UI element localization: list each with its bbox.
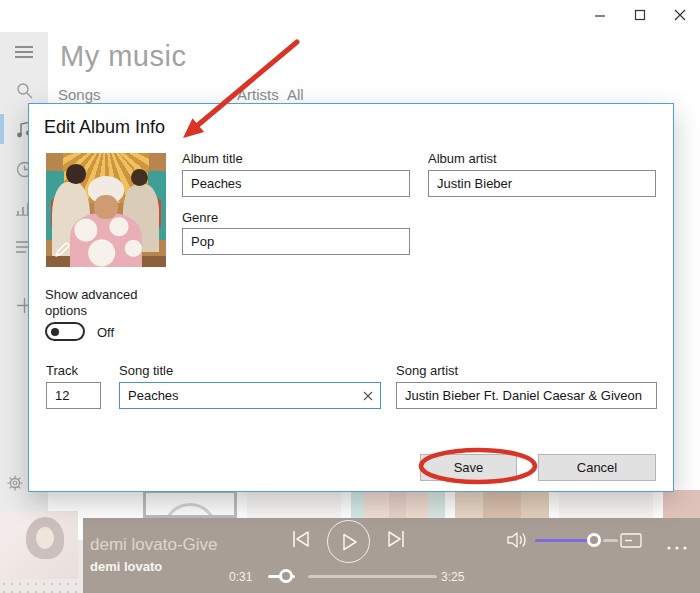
seek-handle[interactable] [279, 569, 293, 583]
album-title-label: Album title [182, 151, 243, 166]
volume-slider[interactable] [535, 539, 618, 542]
edit-album-info-dialog: Edit Album Info Album title Album artist… [28, 103, 674, 492]
album-tile [559, 490, 653, 518]
clear-text-button[interactable] [356, 383, 380, 408]
page-title: My music [60, 40, 186, 73]
song-title-label: Song title [119, 363, 173, 378]
album-artist-label: Album artist [428, 151, 497, 166]
play-button[interactable] [327, 520, 370, 563]
selected-item-accent [0, 114, 4, 144]
genre-label: Genre [182, 210, 218, 225]
previous-track-icon [291, 530, 311, 548]
album-art-editor[interactable] [46, 153, 166, 267]
minimize-icon [594, 9, 606, 21]
album-art-face [94, 195, 118, 219]
album-tile [351, 490, 445, 518]
song-artist-label: Song artist [396, 363, 458, 378]
tab-artists[interactable]: Artists [237, 86, 279, 103]
save-button[interactable]: Save [420, 454, 517, 481]
minimize-button[interactable] [580, 0, 620, 30]
song-title-input[interactable] [120, 383, 356, 408]
seek-remaining [308, 575, 437, 578]
sidebar-item-settings[interactable] [7, 475, 23, 495]
groove-music-window: My music Songs Artists All demi lovato-G… [0, 0, 700, 593]
menu-icon [15, 45, 33, 59]
elapsed-time: 0:31 [229, 570, 252, 584]
now-playing-artist: demi lovato [90, 559, 162, 574]
menu-button[interactable] [10, 38, 38, 66]
album-tile [455, 490, 549, 518]
toggle-knob [51, 328, 59, 336]
track-label: Track [46, 363, 78, 378]
album-tile [247, 490, 341, 518]
edit-pencil-icon[interactable] [53, 241, 71, 259]
song-artist-input[interactable] [396, 382, 657, 409]
advanced-options-label: Show advanced options [45, 287, 145, 319]
volume-button[interactable] [506, 530, 530, 554]
maximize-button[interactable] [620, 0, 660, 30]
tab-songs[interactable]: Songs [58, 86, 101, 103]
next-track-button[interactable] [386, 530, 406, 552]
toggle-state-label: Off [97, 325, 114, 340]
more-options-icon [666, 545, 688, 551]
miniplayer-icon [620, 533, 642, 548]
album-art-face [36, 527, 54, 549]
song-title-field [119, 382, 381, 409]
advanced-options-toggle[interactable] [45, 322, 85, 341]
filter-all[interactable]: All [287, 86, 304, 103]
close-icon [674, 9, 686, 21]
album-art-figure [66, 164, 85, 183]
album-tile-placeholder [143, 490, 237, 518]
clear-input-icon [363, 391, 373, 401]
volume-icon [506, 530, 530, 550]
miniplayer-button[interactable] [620, 533, 642, 552]
volume-handle[interactable] [587, 533, 601, 547]
more-options-button[interactable] [666, 537, 688, 555]
album-title-input[interactable] [182, 170, 410, 197]
close-button[interactable] [660, 0, 700, 30]
now-playing-title: demi lovato-Give [90, 535, 218, 555]
title-bar [0, 0, 700, 32]
album-placeholder-icon [163, 503, 217, 518]
cancel-button[interactable]: Cancel [538, 454, 656, 481]
album-art-jacket [70, 213, 142, 267]
album-grid [0, 488, 700, 518]
settings-gear-icon [7, 475, 23, 491]
genre-input[interactable] [182, 228, 410, 255]
dialog-title: Edit Album Info [44, 117, 165, 138]
now-playing-album-art [0, 511, 78, 579]
album-art-figure [131, 169, 148, 186]
maximize-icon [634, 9, 646, 21]
volume-level [535, 539, 592, 542]
album-artist-input[interactable] [428, 170, 656, 197]
seek-bar[interactable] [268, 575, 437, 578]
volume-remaining [603, 539, 618, 542]
next-track-icon [386, 530, 406, 548]
total-time: 3:25 [441, 570, 464, 584]
track-input[interactable] [46, 382, 101, 409]
album-art-figure [26, 517, 64, 559]
previous-track-button[interactable] [291, 530, 311, 552]
play-icon [342, 533, 358, 551]
album-tile [663, 490, 700, 518]
player-bar: demi lovato-Give demi lovato 0:31 3:25 [83, 518, 700, 593]
